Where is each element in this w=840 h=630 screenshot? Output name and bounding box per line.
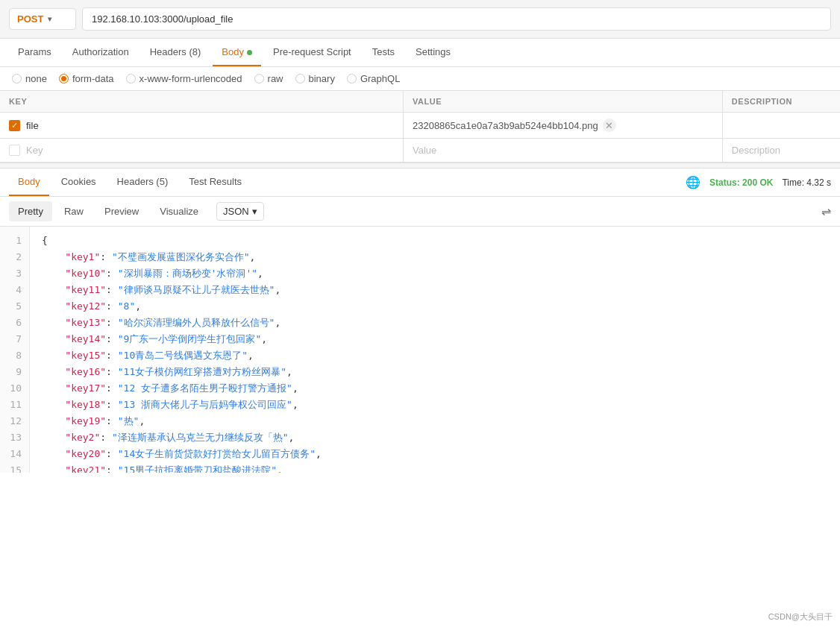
method-label: POST [17,13,43,25]
radio-graphql[interactable]: GraphQL [347,73,400,84]
radio-none-circle [12,74,22,84]
line-numbers: 12345678910111213141516 [0,227,30,473]
request-tabs: Params Authorization Headers (8) Body Pr… [0,39,840,67]
format-select[interactable]: JSON ▾ [216,202,264,221]
format-select-label: JSON [223,206,249,217]
desc-cell[interactable] [722,113,840,139]
value-placeholder: Value [413,145,436,156]
form-data-table: KEY VALUE DESCRIPTION ✓ file 23208865ca1… [0,91,840,163]
remove-file-button[interactable]: ✕ [603,119,616,132]
radio-form-data-label: form-data [72,73,114,84]
response-status-bar: 🌐 Status: 200 OK Time: 4.32 s [686,175,831,189]
table-row: ✓ file 23208865ca1e0a7a3b9ab524e4bb104.p… [0,113,840,139]
empty-checkbox[interactable] [9,145,20,156]
radio-binary-circle [295,74,305,84]
body-options: none form-data x-www-form-urlencoded raw… [0,67,840,91]
radio-raw-circle [254,74,264,84]
key-placeholder: Key [26,145,43,156]
method-chevron: ▾ [48,15,51,23]
filename: 23208865ca1e0a7a3b9ab524e4bb104.png [413,120,598,131]
status-text: Status: 200 OK [709,177,773,188]
json-content: { "key1": "不璧画发展蓝图深化务实合作", "key10": "深圳暴… [30,227,840,473]
response-tab-test-results[interactable]: Test Results [180,168,251,196]
format-tab-preview[interactable]: Preview [95,201,148,221]
tab-params[interactable]: Params [9,39,60,66]
response-tab-body[interactable]: Body [9,168,49,196]
key-cell: ✓ file [0,113,403,139]
tab-body[interactable]: Body [213,39,261,66]
key-placeholder-cell[interactable]: Key [0,139,403,163]
format-bar: Pretty Raw Preview Visualize JSON ▾ ⇌ [0,197,840,227]
desc-placeholder: Description [732,145,780,156]
tab-headers[interactable]: Headers (8) [141,39,210,66]
body-active-dot [247,50,252,55]
row-checkbox[interactable]: ✓ [9,120,20,131]
radio-urlencoded-circle [126,74,136,84]
radio-graphql-label: GraphQL [360,73,400,84]
response-tab-cookies[interactable]: Cookies [52,168,105,196]
table-placeholder-row: Key Value Description [0,139,840,163]
tab-pre-request[interactable]: Pre-request Script [264,39,360,66]
value-cell: 23208865ca1e0a7a3b9ab524e4bb104.png ✕ [403,113,722,139]
col-header-desc: DESCRIPTION [722,91,840,113]
format-tab-raw[interactable]: Raw [55,201,93,221]
globe-icon: 🌐 [686,175,700,189]
section-divider [0,163,840,168]
response-tab-headers[interactable]: Headers (5) [108,168,178,196]
method-select[interactable]: POST ▾ [9,8,76,30]
radio-binary-label: binary [309,73,335,84]
radio-form-data[interactable]: form-data [59,73,114,84]
format-tab-visualize[interactable]: Visualize [151,201,207,221]
radio-urlencoded[interactable]: x-www-form-urlencoded [126,73,242,84]
url-input[interactable] [82,7,831,31]
radio-raw[interactable]: raw [254,73,283,84]
tab-settings[interactable]: Settings [407,39,460,66]
radio-form-data-circle [59,74,69,84]
json-output[interactable]: 12345678910111213141516 { "key1": "不璧画发展… [0,227,840,473]
tab-authorization[interactable]: Authorization [63,39,138,66]
wrap-icon[interactable]: ⇌ [821,204,831,218]
radio-none-label: none [25,73,47,84]
radio-raw-label: raw [268,73,283,84]
radio-graphql-circle [347,74,357,84]
tab-tests[interactable]: Tests [363,39,404,66]
response-tabs: Body Cookies Headers (5) Test Results 🌐 … [0,168,840,197]
key-value: file [26,120,39,131]
radio-binary[interactable]: binary [295,73,335,84]
desc-placeholder-cell[interactable]: Description [722,139,840,163]
radio-none[interactable]: none [12,73,47,84]
top-bar: POST ▾ [0,0,840,39]
col-header-value: VALUE [403,91,722,113]
time-text: Time: 4.32 s [782,177,831,188]
radio-urlencoded-label: x-www-form-urlencoded [140,73,242,84]
format-chevron-icon: ▾ [252,206,257,217]
value-placeholder-cell[interactable]: Value [403,139,722,163]
col-header-key: KEY [0,91,403,113]
format-tab-pretty[interactable]: Pretty [9,201,52,221]
